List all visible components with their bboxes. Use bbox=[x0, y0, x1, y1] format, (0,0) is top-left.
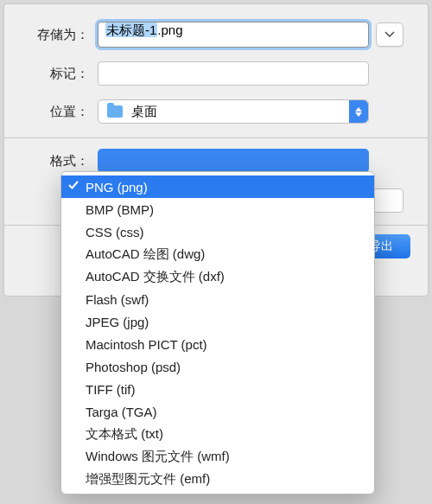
format-dropdown[interactable]: PNG (png)BMP (BMP)CSS (css)AutoCAD 绘图 (d… bbox=[60, 171, 375, 494]
folder-icon bbox=[107, 105, 123, 118]
save-as-label: 存储为： bbox=[29, 27, 89, 43]
format-option[interactable]: TIFF (tif) bbox=[61, 378, 374, 400]
format-option[interactable]: PNG (png) bbox=[61, 175, 374, 198]
divider bbox=[4, 137, 428, 138]
location-label: 位置： bbox=[29, 104, 89, 120]
format-option[interactable]: Flash (swf) bbox=[61, 288, 374, 310]
tags-input[interactable] bbox=[98, 61, 369, 86]
format-option[interactable]: Windows 图元文件 (wmf) bbox=[61, 445, 374, 468]
location-select[interactable]: 桌面 bbox=[98, 99, 369, 124]
format-option[interactable]: JPEG (jpg) bbox=[61, 310, 374, 333]
format-option[interactable]: Macintosh PICT (pct) bbox=[61, 333, 374, 355]
chevron-down-icon bbox=[384, 31, 395, 38]
filename-input[interactable]: 未标题-1.png bbox=[98, 22, 369, 48]
format-option[interactable]: Photoshop (psd) bbox=[61, 355, 374, 378]
tags-label: 标记： bbox=[29, 66, 89, 82]
location-row: 位置： 桌面 bbox=[29, 99, 403, 124]
format-label: 格式： bbox=[29, 153, 89, 169]
format-select[interactable] bbox=[98, 149, 369, 173]
format-option[interactable]: 增强型图元文件 (emf) bbox=[61, 468, 374, 490]
format-option[interactable]: BMP (BMP) bbox=[61, 198, 374, 220]
expand-dialog-button[interactable] bbox=[376, 22, 403, 47]
format-option[interactable]: CSS (css) bbox=[61, 220, 374, 243]
location-value: 桌面 bbox=[131, 104, 157, 120]
format-option[interactable]: 文本格式 (txt) bbox=[61, 423, 374, 445]
check-icon bbox=[67, 179, 79, 194]
filename-base-selected: 未标题-1 bbox=[105, 22, 157, 37]
filename-ext: .png bbox=[157, 22, 182, 37]
format-row: 格式： bbox=[4, 149, 428, 173]
format-option[interactable]: Targa (TGA) bbox=[61, 400, 374, 423]
format-option[interactable]: AutoCAD 交换文件 (dxf) bbox=[61, 265, 374, 288]
updown-icon bbox=[349, 100, 368, 123]
format-option[interactable]: AutoCAD 绘图 (dwg) bbox=[61, 243, 374, 265]
tags-row: 标记： bbox=[29, 61, 403, 86]
save-as-row: 存储为： 未标题-1.png bbox=[29, 22, 403, 48]
